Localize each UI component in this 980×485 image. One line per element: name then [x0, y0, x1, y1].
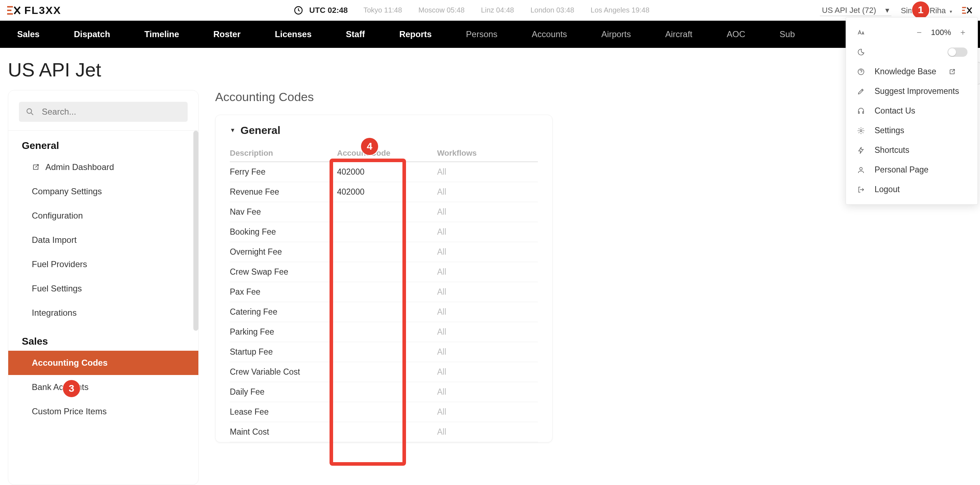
nav-accounts[interactable]: Accounts	[515, 29, 584, 39]
menu-personal-page[interactable]: Personal Page	[846, 160, 977, 180]
main-nav: Sales Dispatch Timeline Roster Licenses …	[0, 21, 980, 48]
cell-workflows[interactable]: All	[437, 422, 538, 442]
table-row[interactable]: Pax FeeAll	[230, 282, 538, 302]
sidebar-item-integrations[interactable]: Integrations	[22, 301, 185, 325]
cell-workflows[interactable]: All	[437, 242, 538, 262]
nav-reports[interactable]: Reports	[382, 29, 449, 39]
cell-workflows[interactable]: All	[437, 362, 538, 382]
sidebar-item-admin-dashboard[interactable]: Admin Dashboard	[22, 155, 185, 179]
table-row[interactable]: Daily FeeAll	[230, 382, 538, 402]
nav-dispatch[interactable]: Dispatch	[57, 29, 127, 39]
table-row[interactable]: Ferry Fee402000All	[230, 162, 538, 182]
callout-4: 4	[361, 138, 378, 155]
menu-knowledge-base[interactable]: Knowledge Base	[846, 62, 977, 81]
menu-shortcuts[interactable]: Shortcuts	[846, 140, 977, 160]
nav-licenses[interactable]: Licenses	[258, 29, 329, 39]
cell-workflows[interactable]: All	[437, 262, 538, 282]
sidebar-item-data-import[interactable]: Data Import	[22, 228, 185, 252]
cell-account-code[interactable]: 402000	[337, 162, 437, 182]
sidebar-item-fuel-settings[interactable]: Fuel Settings	[22, 276, 185, 301]
sidebar-item-accounting-codes[interactable]: Accounting Codes	[8, 351, 198, 375]
sidebar-scrollbar[interactable]	[193, 131, 198, 331]
cell-workflows[interactable]: All	[437, 282, 538, 302]
cell-description: Nav Fee	[230, 202, 337, 222]
cell-account-code[interactable]	[337, 222, 437, 242]
nav-sales[interactable]: Sales	[0, 29, 57, 39]
table-row[interactable]: Catering FeeAll	[230, 302, 538, 322]
nav-airports[interactable]: Airports	[584, 29, 648, 39]
table-row[interactable]: Parking FeeAll	[230, 322, 538, 342]
cell-workflows[interactable]: All	[437, 342, 538, 362]
cell-account-code[interactable]	[337, 422, 437, 442]
menu-contact-us[interactable]: Contact Us	[846, 101, 977, 121]
cell-account-code[interactable]	[337, 382, 437, 402]
page-title: US API Jet	[8, 59, 980, 81]
cell-account-code[interactable]	[337, 402, 437, 422]
menu-label: Logout	[875, 185, 900, 194]
zoom-in-button[interactable]: +	[958, 27, 967, 38]
dark-mode-toggle[interactable]	[948, 48, 967, 57]
nav-timeline[interactable]: Timeline	[127, 29, 196, 39]
nav-aoc[interactable]: AOC	[710, 29, 762, 39]
sidebar-item-fuel-providers[interactable]: Fuel Providers	[22, 252, 185, 276]
nav-staff[interactable]: Staff	[329, 29, 382, 39]
nav-roster[interactable]: Roster	[196, 29, 258, 39]
search-input[interactable]	[42, 107, 181, 117]
cell-account-code[interactable]	[337, 342, 437, 362]
dark-mode-row[interactable]	[846, 43, 977, 62]
cell-account-code[interactable]: 402000	[337, 182, 437, 202]
table-row[interactable]: Lease FeeAll	[230, 402, 538, 422]
cell-workflows[interactable]: All	[437, 382, 538, 402]
top-bar: FL3XX UTC 02:48 Tokyo 11:48 Moscow 05:48…	[0, 0, 980, 21]
brand-mini-icon[interactable]	[961, 6, 973, 14]
nav-persons[interactable]: Persons	[449, 29, 515, 39]
sidebar-item-bank-accounts[interactable]: Bank Accounts	[22, 375, 185, 399]
timezone-list: Tokyo 11:48 Moscow 05:48 Linz 04:48 Lond…	[363, 6, 649, 14]
pencil-icon	[856, 87, 866, 95]
table-row[interactable]: Overnight FeeAll	[230, 242, 538, 262]
table-row[interactable]: Booking FeeAll	[230, 222, 538, 242]
cell-workflows[interactable]: All	[437, 162, 538, 182]
cell-workflows[interactable]: All	[437, 222, 538, 242]
nav-sub[interactable]: Sub	[762, 29, 812, 39]
cell-account-code[interactable]	[337, 242, 437, 262]
cell-workflows[interactable]: All	[437, 322, 538, 342]
account-name: US API Jet (72)	[822, 6, 877, 15]
cell-workflows[interactable]: All	[437, 182, 538, 202]
cell-account-code[interactable]	[337, 322, 437, 342]
cell-workflows[interactable]: All	[437, 402, 538, 422]
svg-point-3	[860, 130, 862, 132]
tz-tokyo: Tokyo 11:48	[363, 6, 402, 14]
sidebar-item-company-settings[interactable]: Company Settings	[22, 179, 185, 204]
menu-logout[interactable]: Logout	[846, 180, 977, 199]
menu-label: Contact Us	[875, 106, 915, 116]
sidebar-item-configuration[interactable]: Configuration	[22, 204, 185, 228]
table-row[interactable]: Startup FeeAll	[230, 342, 538, 362]
table-row[interactable]: Maint CostAll	[230, 422, 538, 442]
cell-workflows[interactable]: All	[437, 202, 538, 222]
cell-account-code[interactable]	[337, 202, 437, 222]
cell-account-code[interactable]	[337, 362, 437, 382]
table-row[interactable]: Crew Variable CostAll	[230, 362, 538, 382]
lightning-icon	[856, 146, 866, 154]
brand-logo[interactable]: FL3XX	[6, 4, 61, 16]
nav-aircraft[interactable]: Aircraft	[648, 29, 710, 39]
sidebar-search[interactable]	[19, 102, 188, 122]
cell-workflows[interactable]: All	[437, 302, 538, 322]
sidebar-heading-sales[interactable]: Sales	[22, 336, 185, 347]
cell-account-code[interactable]	[337, 262, 437, 282]
account-switcher[interactable]: US API Jet (72) ▾	[820, 5, 892, 16]
menu-suggest-improvements[interactable]: Suggest Improvements	[846, 81, 977, 101]
sidebar-heading-general[interactable]: General	[22, 140, 185, 151]
cell-account-code[interactable]	[337, 302, 437, 322]
card-header-general[interactable]: ▼ General	[230, 124, 538, 136]
table-row[interactable]: Revenue Fee402000All	[230, 182, 538, 202]
cell-account-code[interactable]	[337, 282, 437, 302]
table-row[interactable]: Crew Swap FeeAll	[230, 262, 538, 282]
menu-settings[interactable]: Settings	[846, 121, 977, 140]
sidebar-item-custom-price-items[interactable]: Custom Price Items	[22, 399, 185, 423]
settings-sidebar: General Admin Dashboard Company Settings…	[8, 90, 199, 485]
table-row[interactable]: Nav FeeAll	[230, 202, 538, 222]
external-link-icon	[32, 163, 40, 171]
zoom-out-button[interactable]: −	[915, 27, 924, 38]
